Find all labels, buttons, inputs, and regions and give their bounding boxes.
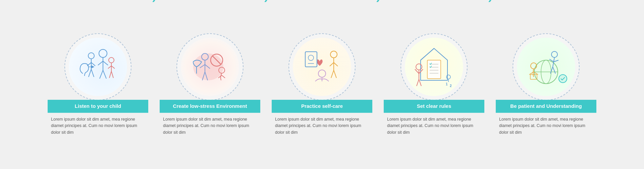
circle-inner-3: [293, 38, 351, 96]
step-wrapper-3: Practice self-care Lorem ipsum dolor sit…: [267, 33, 377, 136]
circle-inner-5: [517, 38, 575, 96]
circle-inner-2: [181, 38, 239, 96]
svg-line-4: [100, 70, 103, 79]
step-3-description: Lorem ipsum dolor sit dim amet, mea regi…: [272, 113, 372, 136]
infographic-container: Listen to your child Lorem ipsum dolor s…: [0, 27, 644, 142]
svg-point-0: [99, 49, 107, 57]
svg-text:1: 1: [446, 82, 448, 86]
step-5-description: Lorem ipsum dolor sit dim amet, mea regi…: [496, 113, 596, 136]
svg-line-3: [103, 61, 108, 65]
svg-line-54: [417, 79, 419, 86]
step-2-label: Create low-stress Environment: [160, 100, 260, 113]
svg-line-10: [89, 69, 91, 77]
step-5-label: Be patient and Understanding: [496, 100, 596, 113]
svg-point-12: [109, 57, 114, 63]
circle-container-1: [64, 33, 131, 100]
arrow-4: ›: [488, 0, 492, 5]
svg-line-9: [91, 62, 95, 66]
step-4-description: Lorem ipsum dolor sit dim amet, mea regi…: [384, 113, 484, 136]
listen-child-icon: [73, 42, 123, 92]
step-5: Be patient and Understanding Lorem ipsum…: [491, 33, 601, 136]
svg-line-2: [98, 61, 103, 65]
svg-line-41: [331, 70, 334, 78]
circle-container-4: 1 2: [400, 33, 468, 100]
svg-line-40: [334, 62, 338, 66]
step-2: Create low-stress Environment Lorem ipsu…: [155, 33, 265, 136]
svg-line-42: [334, 70, 336, 78]
svg-point-6: [88, 53, 94, 59]
circle-container-2: [176, 33, 244, 100]
svg-point-56: [446, 75, 450, 79]
svg-line-5: [103, 70, 106, 79]
svg-point-63: [551, 51, 557, 57]
step-2-description: Lorem ipsum dolor sit dim amet, mea regi…: [160, 113, 260, 136]
svg-point-32: [318, 70, 326, 77]
step-wrapper-4: 1 2 Set clear rules Lorem ipsum dolor si…: [379, 33, 489, 136]
step-3-label: Practice self-care: [272, 100, 372, 113]
circle-container-3: [288, 33, 356, 100]
svg-line-39: [330, 62, 334, 66]
patient-understanding-icon: [521, 42, 571, 92]
step-1-label: Listen to your child: [48, 100, 148, 113]
svg-rect-45: [427, 60, 441, 79]
svg-line-44: [421, 48, 434, 60]
circle-inner-4: 1 2: [405, 38, 463, 96]
step-1-description: Lorem ipsum dolor sit dim amet, mea regi…: [48, 113, 148, 136]
circle-container-5: [513, 33, 580, 100]
low-stress-icon: [185, 42, 235, 92]
svg-line-15: [111, 66, 115, 69]
svg-text:2: 2: [450, 84, 452, 88]
arrow-1: ›: [152, 0, 156, 5]
step-wrapper-5: Be patient and Understanding Lorem ipsum…: [491, 33, 601, 136]
svg-line-16: [109, 71, 111, 78]
step-4: 1 2 Set clear rules Lorem ipsum dolor si…: [379, 33, 489, 136]
svg-line-31: [222, 75, 225, 78]
circle-inner-1: [69, 38, 127, 96]
step-3: Practice self-care Lorem ipsum dolor sit…: [267, 33, 377, 136]
svg-point-35: [308, 55, 314, 60]
svg-rect-34: [305, 52, 317, 67]
svg-point-73: [559, 75, 567, 83]
svg-point-37: [330, 51, 337, 58]
svg-line-66: [554, 60, 558, 62]
arrow-3: ›: [376, 0, 380, 5]
svg-line-11: [91, 69, 94, 77]
clear-rules-icon: 1 2: [409, 42, 459, 92]
step-1: Listen to your child Lorem ipsum dolor s…: [43, 33, 153, 136]
svg-point-50: [416, 64, 422, 70]
step-wrapper-1: Listen to your child Lorem ipsum dolor s…: [43, 33, 153, 136]
step-4-label: Set clear rules: [384, 100, 484, 113]
svg-line-17: [111, 71, 113, 78]
svg-line-14: [108, 66, 111, 69]
self-care-icon: [297, 42, 347, 92]
step-wrapper-2: Create low-stress Environment Lorem ipsu…: [155, 33, 265, 136]
arrow-2: ›: [264, 0, 268, 5]
svg-line-68: [553, 67, 555, 74]
